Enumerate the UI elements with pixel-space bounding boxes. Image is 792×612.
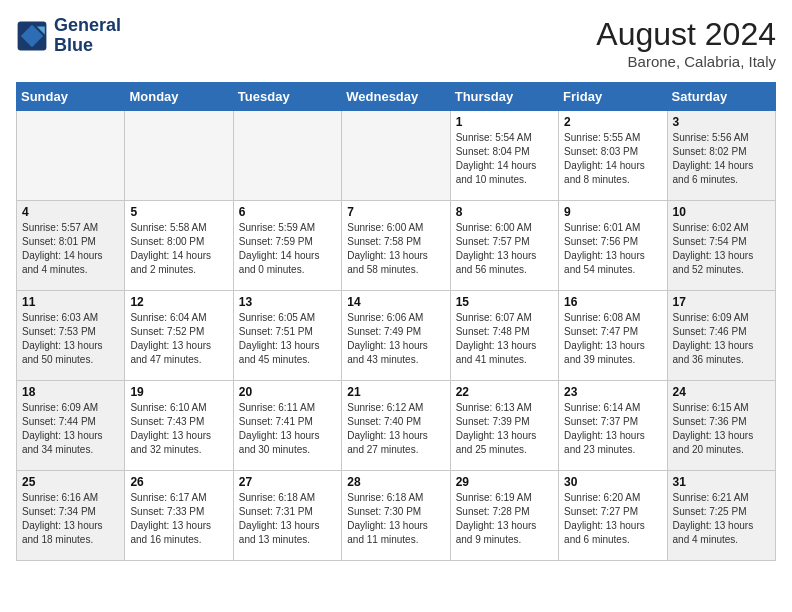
- calendar-cell: 11Sunrise: 6:03 AM Sunset: 7:53 PM Dayli…: [17, 291, 125, 381]
- day-info: Sunrise: 6:13 AM Sunset: 7:39 PM Dayligh…: [456, 401, 553, 457]
- day-info: Sunrise: 6:04 AM Sunset: 7:52 PM Dayligh…: [130, 311, 227, 367]
- calendar-cell: 30Sunrise: 6:20 AM Sunset: 7:27 PM Dayli…: [559, 471, 667, 561]
- day-number: 17: [673, 295, 770, 309]
- day-number: 18: [22, 385, 119, 399]
- calendar-cell: 17Sunrise: 6:09 AM Sunset: 7:46 PM Dayli…: [667, 291, 775, 381]
- weekday-header: Tuesday: [233, 83, 341, 111]
- day-info: Sunrise: 6:16 AM Sunset: 7:34 PM Dayligh…: [22, 491, 119, 547]
- calendar-cell: 13Sunrise: 6:05 AM Sunset: 7:51 PM Dayli…: [233, 291, 341, 381]
- weekday-header: Wednesday: [342, 83, 450, 111]
- day-info: Sunrise: 6:00 AM Sunset: 7:57 PM Dayligh…: [456, 221, 553, 277]
- calendar-week-row: 25Sunrise: 6:16 AM Sunset: 7:34 PM Dayli…: [17, 471, 776, 561]
- weekday-header: Friday: [559, 83, 667, 111]
- calendar-cell: 20Sunrise: 6:11 AM Sunset: 7:41 PM Dayli…: [233, 381, 341, 471]
- day-number: 10: [673, 205, 770, 219]
- calendar-cell: 29Sunrise: 6:19 AM Sunset: 7:28 PM Dayli…: [450, 471, 558, 561]
- day-number: 29: [456, 475, 553, 489]
- calendar-cell: 1Sunrise: 5:54 AM Sunset: 8:04 PM Daylig…: [450, 111, 558, 201]
- day-info: Sunrise: 6:00 AM Sunset: 7:58 PM Dayligh…: [347, 221, 444, 277]
- day-number: 4: [22, 205, 119, 219]
- day-number: 26: [130, 475, 227, 489]
- calendar-cell: 8Sunrise: 6:00 AM Sunset: 7:57 PM Daylig…: [450, 201, 558, 291]
- calendar-cell: 12Sunrise: 6:04 AM Sunset: 7:52 PM Dayli…: [125, 291, 233, 381]
- calendar-week-row: 1Sunrise: 5:54 AM Sunset: 8:04 PM Daylig…: [17, 111, 776, 201]
- day-number: 5: [130, 205, 227, 219]
- weekday-header: Thursday: [450, 83, 558, 111]
- month-title: August 2024: [596, 16, 776, 53]
- day-number: 19: [130, 385, 227, 399]
- day-number: 20: [239, 385, 336, 399]
- day-number: 25: [22, 475, 119, 489]
- calendar-week-row: 11Sunrise: 6:03 AM Sunset: 7:53 PM Dayli…: [17, 291, 776, 381]
- weekday-header: Saturday: [667, 83, 775, 111]
- calendar-cell: 28Sunrise: 6:18 AM Sunset: 7:30 PM Dayli…: [342, 471, 450, 561]
- calendar-cell: [342, 111, 450, 201]
- day-info: Sunrise: 6:02 AM Sunset: 7:54 PM Dayligh…: [673, 221, 770, 277]
- calendar-cell: 27Sunrise: 6:18 AM Sunset: 7:31 PM Dayli…: [233, 471, 341, 561]
- day-number: 11: [22, 295, 119, 309]
- day-info: Sunrise: 6:03 AM Sunset: 7:53 PM Dayligh…: [22, 311, 119, 367]
- day-info: Sunrise: 6:19 AM Sunset: 7:28 PM Dayligh…: [456, 491, 553, 547]
- day-number: 24: [673, 385, 770, 399]
- day-number: 14: [347, 295, 444, 309]
- day-info: Sunrise: 6:01 AM Sunset: 7:56 PM Dayligh…: [564, 221, 661, 277]
- calendar-cell: 9Sunrise: 6:01 AM Sunset: 7:56 PM Daylig…: [559, 201, 667, 291]
- day-number: 13: [239, 295, 336, 309]
- logo-text: General Blue: [54, 16, 121, 56]
- day-info: Sunrise: 6:20 AM Sunset: 7:27 PM Dayligh…: [564, 491, 661, 547]
- calendar-cell: 5Sunrise: 5:58 AM Sunset: 8:00 PM Daylig…: [125, 201, 233, 291]
- calendar-cell: 16Sunrise: 6:08 AM Sunset: 7:47 PM Dayli…: [559, 291, 667, 381]
- calendar-cell: 31Sunrise: 6:21 AM Sunset: 7:25 PM Dayli…: [667, 471, 775, 561]
- day-info: Sunrise: 5:57 AM Sunset: 8:01 PM Dayligh…: [22, 221, 119, 277]
- calendar-cell: 3Sunrise: 5:56 AM Sunset: 8:02 PM Daylig…: [667, 111, 775, 201]
- day-info: Sunrise: 5:58 AM Sunset: 8:00 PM Dayligh…: [130, 221, 227, 277]
- day-info: Sunrise: 6:05 AM Sunset: 7:51 PM Dayligh…: [239, 311, 336, 367]
- day-info: Sunrise: 6:10 AM Sunset: 7:43 PM Dayligh…: [130, 401, 227, 457]
- day-number: 12: [130, 295, 227, 309]
- day-info: Sunrise: 6:09 AM Sunset: 7:46 PM Dayligh…: [673, 311, 770, 367]
- calendar-cell: 25Sunrise: 6:16 AM Sunset: 7:34 PM Dayli…: [17, 471, 125, 561]
- day-info: Sunrise: 6:18 AM Sunset: 7:30 PM Dayligh…: [347, 491, 444, 547]
- day-number: 6: [239, 205, 336, 219]
- weekday-header-row: SundayMondayTuesdayWednesdayThursdayFrid…: [17, 83, 776, 111]
- calendar-cell: 6Sunrise: 5:59 AM Sunset: 7:59 PM Daylig…: [233, 201, 341, 291]
- day-number: 3: [673, 115, 770, 129]
- calendar-week-row: 4Sunrise: 5:57 AM Sunset: 8:01 PM Daylig…: [17, 201, 776, 291]
- day-number: 31: [673, 475, 770, 489]
- day-info: Sunrise: 6:17 AM Sunset: 7:33 PM Dayligh…: [130, 491, 227, 547]
- weekday-header: Monday: [125, 83, 233, 111]
- calendar-cell: 19Sunrise: 6:10 AM Sunset: 7:43 PM Dayli…: [125, 381, 233, 471]
- calendar-cell: 21Sunrise: 6:12 AM Sunset: 7:40 PM Dayli…: [342, 381, 450, 471]
- day-number: 21: [347, 385, 444, 399]
- page-header: General Blue August 2024 Barone, Calabri…: [16, 16, 776, 70]
- day-number: 15: [456, 295, 553, 309]
- calendar-cell: 23Sunrise: 6:14 AM Sunset: 7:37 PM Dayli…: [559, 381, 667, 471]
- day-number: 16: [564, 295, 661, 309]
- day-info: Sunrise: 6:11 AM Sunset: 7:41 PM Dayligh…: [239, 401, 336, 457]
- day-info: Sunrise: 6:07 AM Sunset: 7:48 PM Dayligh…: [456, 311, 553, 367]
- day-number: 2: [564, 115, 661, 129]
- day-info: Sunrise: 6:14 AM Sunset: 7:37 PM Dayligh…: [564, 401, 661, 457]
- calendar-cell: 26Sunrise: 6:17 AM Sunset: 7:33 PM Dayli…: [125, 471, 233, 561]
- title-block: August 2024 Barone, Calabria, Italy: [596, 16, 776, 70]
- day-info: Sunrise: 6:06 AM Sunset: 7:49 PM Dayligh…: [347, 311, 444, 367]
- day-info: Sunrise: 6:08 AM Sunset: 7:47 PM Dayligh…: [564, 311, 661, 367]
- day-number: 9: [564, 205, 661, 219]
- day-number: 30: [564, 475, 661, 489]
- day-number: 8: [456, 205, 553, 219]
- day-info: Sunrise: 6:18 AM Sunset: 7:31 PM Dayligh…: [239, 491, 336, 547]
- day-info: Sunrise: 6:15 AM Sunset: 7:36 PM Dayligh…: [673, 401, 770, 457]
- day-info: Sunrise: 6:12 AM Sunset: 7:40 PM Dayligh…: [347, 401, 444, 457]
- weekday-header: Sunday: [17, 83, 125, 111]
- calendar-cell: 24Sunrise: 6:15 AM Sunset: 7:36 PM Dayli…: [667, 381, 775, 471]
- day-info: Sunrise: 5:59 AM Sunset: 7:59 PM Dayligh…: [239, 221, 336, 277]
- logo: General Blue: [16, 16, 121, 56]
- day-number: 27: [239, 475, 336, 489]
- calendar-cell: 18Sunrise: 6:09 AM Sunset: 7:44 PM Dayli…: [17, 381, 125, 471]
- day-info: Sunrise: 5:55 AM Sunset: 8:03 PM Dayligh…: [564, 131, 661, 187]
- day-number: 7: [347, 205, 444, 219]
- location: Barone, Calabria, Italy: [596, 53, 776, 70]
- day-number: 1: [456, 115, 553, 129]
- calendar-cell: 2Sunrise: 5:55 AM Sunset: 8:03 PM Daylig…: [559, 111, 667, 201]
- day-info: Sunrise: 5:56 AM Sunset: 8:02 PM Dayligh…: [673, 131, 770, 187]
